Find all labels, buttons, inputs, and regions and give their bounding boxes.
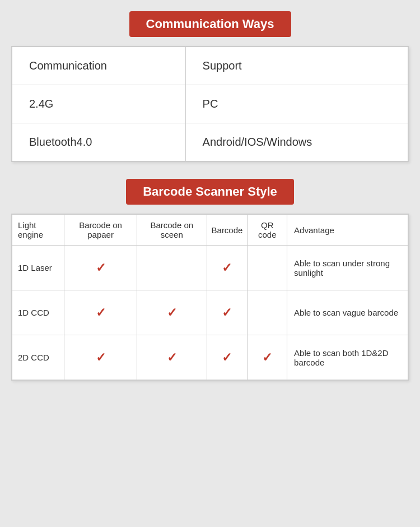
scanner-col-screen: Barcode on sceen: [137, 215, 207, 246]
section1-title: Communication Ways: [129, 11, 291, 37]
scanner-table: Light engine Barcode on papaer Barcode o…: [12, 214, 408, 380]
ccd2-qr-check: ✓: [248, 335, 287, 380]
check-icon: ✓: [96, 261, 106, 275]
check-icon: ✓: [262, 350, 272, 364]
check-icon: ✓: [222, 261, 232, 275]
comm-row1-right: PC: [185, 85, 408, 123]
ccd1-paper-check: ✓: [64, 290, 137, 335]
table-row: Communication Support: [12, 47, 408, 85]
engine-2d-ccd: 2D CCD: [12, 335, 64, 380]
scanner-col-barcode: Barcode: [207, 215, 248, 246]
check-icon: ✓: [222, 350, 232, 364]
ccd2-screen-check: ✓: [137, 335, 207, 380]
laser-qr-empty: [248, 246, 287, 290]
communication-table: Communication Support 2.4G PC Bluetooth4…: [12, 47, 408, 161]
comm-row2-left: Bluetooth4.0: [12, 123, 186, 161]
scanner-col-qr: QR code: [248, 215, 287, 246]
laser-advantage: Able to scan under strong sunlight: [287, 246, 408, 290]
check-icon: ✓: [96, 350, 106, 364]
comm-row1-left: 2.4G: [12, 85, 186, 123]
table-row: 2.4G PC: [12, 85, 408, 123]
check-icon: ✓: [222, 306, 232, 320]
comm-row2-right: Android/IOS/Windows: [185, 123, 408, 161]
communication-table-container: Communication Support 2.4G PC Bluetooth4…: [11, 46, 409, 162]
scanner-row-1d-ccd: 1D CCD ✓ ✓ ✓ Able to scan vague barcode: [12, 290, 408, 335]
scanner-row-2d-ccd: 2D CCD ✓ ✓ ✓ ✓ Able to scan both 1D&2D b…: [12, 335, 408, 380]
scanner-col-engine: Light engine: [12, 215, 64, 246]
scanner-col-paper: Barcode on papaer: [64, 215, 137, 246]
ccd1-advantage: Able to scan vague barcode: [287, 290, 408, 335]
engine-1d-ccd: 1D CCD: [12, 290, 64, 335]
scanner-header-row: Light engine Barcode on papaer Barcode o…: [12, 215, 408, 246]
section-barcode: Barcode Scanner Style Light engine Barco…: [11, 179, 409, 381]
section2-title-container: Barcode Scanner Style: [11, 179, 409, 205]
comm-header-left: Communication: [12, 47, 186, 85]
ccd2-advantage: Able to scan both 1D&2D barcode: [287, 335, 408, 380]
ccd1-qr-empty: [248, 290, 287, 335]
section1-title-container: Communication Ways: [11, 11, 409, 37]
ccd1-barcode-check: ✓: [207, 290, 248, 335]
section2-title: Barcode Scanner Style: [126, 179, 294, 205]
laser-paper-check: ✓: [64, 246, 137, 290]
scanner-col-advantage: Advantage: [287, 215, 408, 246]
scanner-table-container: Light engine Barcode on papaer Barcode o…: [11, 214, 409, 381]
ccd2-paper-check: ✓: [64, 335, 137, 380]
engine-1d-laser: 1D Laser: [12, 246, 64, 290]
laser-barcode-check: ✓: [207, 246, 248, 290]
ccd1-screen-check: ✓: [137, 290, 207, 335]
check-icon: ✓: [167, 350, 177, 364]
comm-header-right: Support: [185, 47, 408, 85]
ccd2-barcode-check: ✓: [207, 335, 248, 380]
check-icon: ✓: [96, 306, 106, 320]
check-icon: ✓: [167, 306, 177, 320]
scanner-row-1d-laser: 1D Laser ✓ ✓ Able to scan under strong s…: [12, 246, 408, 290]
section-communication: Communication Ways Communication Support…: [11, 11, 409, 162]
laser-screen-empty: [137, 246, 207, 290]
table-row: Bluetooth4.0 Android/IOS/Windows: [12, 123, 408, 161]
